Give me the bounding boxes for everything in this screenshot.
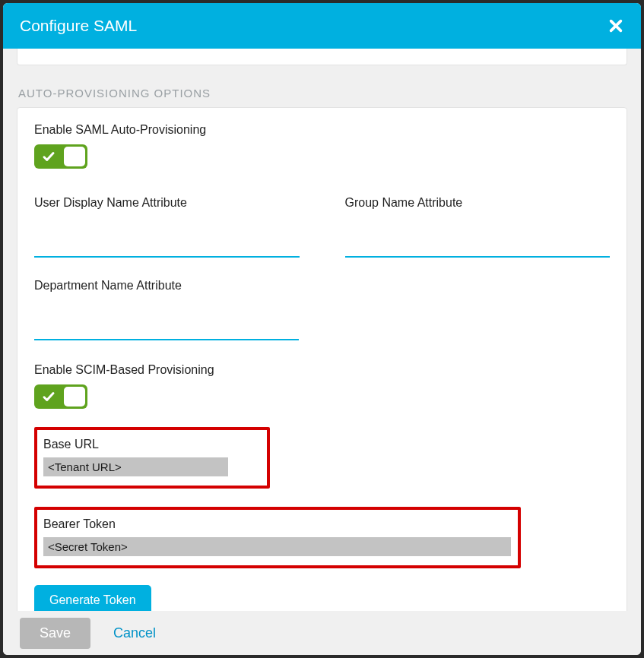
group-name-col: Group Name Attribute [345, 196, 611, 258]
auto-provisioning-card: Enable SAML Auto-Provisioning User Displ… [17, 107, 627, 611]
user-display-col: User Display Name Attribute [34, 196, 300, 258]
check-icon [42, 150, 56, 163]
enable-scim-label: Enable SCIM-Based Provisioning [34, 363, 610, 377]
bearer-token-value: <Secret Token> [43, 537, 511, 556]
toggle-knob [64, 147, 85, 166]
close-icon[interactable] [608, 17, 624, 34]
check-icon [42, 390, 56, 403]
modal-header: Configure SAML [3, 3, 641, 49]
save-button[interactable]: Save [20, 618, 90, 649]
attribute-row: User Display Name Attribute Group Name A… [34, 196, 610, 258]
bearer-token-label: Bearer Token [43, 517, 510, 531]
previous-card-tail [17, 49, 627, 65]
bearer-token-highlight: Bearer Token <Secret Token> [34, 507, 521, 568]
scim-block: Enable SCIM-Based Provisioning [34, 363, 610, 412]
modal-body-scroll[interactable]: AUTO-PROVISIONING OPTIONS Enable SAML Au… [3, 49, 641, 611]
modal-body: AUTO-PROVISIONING OPTIONS Enable SAML Au… [3, 49, 641, 611]
base-url-value: <Tenant URL> [43, 457, 228, 476]
dept-name-col: Department Name Attribute [34, 279, 299, 340]
base-url-highlight: Base URL <Tenant URL> [34, 427, 270, 489]
section-heading: AUTO-PROVISIONING OPTIONS [18, 87, 627, 100]
toggle-knob [64, 387, 85, 407]
enable-saml-toggle[interactable] [34, 144, 87, 169]
cancel-button[interactable]: Cancel [113, 625, 156, 641]
generate-token-button[interactable]: Generate Token [34, 585, 151, 611]
modal-title: Configure SAML [20, 17, 137, 35]
group-name-label: Group Name Attribute [345, 196, 611, 210]
dept-name-label: Department Name Attribute [34, 279, 299, 293]
base-url-label: Base URL [43, 438, 259, 451]
enable-scim-toggle[interactable] [34, 384, 87, 409]
enable-saml-label: Enable SAML Auto-Provisioning [34, 123, 610, 137]
user-display-label: User Display Name Attribute [34, 196, 300, 210]
modal-dialog: Configure SAML AUTO-PROVISIONING OPTIONS… [3, 3, 641, 655]
user-display-input[interactable] [34, 234, 300, 258]
modal-footer: Save Cancel [3, 611, 641, 655]
dept-name-input[interactable] [34, 317, 299, 340]
group-name-input[interactable] [345, 234, 611, 258]
